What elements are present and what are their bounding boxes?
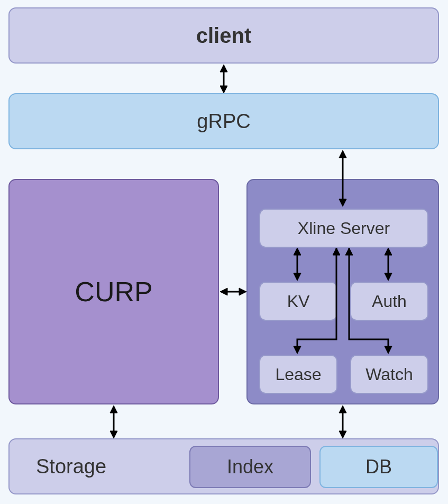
lease-label: Lease — [275, 365, 321, 384]
curp-box: CURP — [8, 179, 219, 404]
server-panel: Xline Server KV Auth Lease Watch — [246, 179, 439, 404]
db-label: DB — [365, 456, 392, 478]
grpc-box: gRPC — [8, 93, 439, 149]
kv-box: KV — [259, 282, 337, 321]
db-box: DB — [319, 446, 438, 488]
index-label: Index — [227, 456, 273, 478]
kv-label: KV — [287, 292, 310, 311]
storage-label: Storage — [36, 455, 106, 478]
client-box: client — [8, 7, 439, 64]
lease-box: Lease — [259, 355, 337, 394]
watch-label: Watch — [365, 365, 413, 384]
client-label: client — [196, 24, 251, 48]
watch-box: Watch — [350, 355, 428, 394]
grpc-label: gRPC — [197, 110, 250, 133]
xline-server-box: Xline Server — [259, 209, 428, 248]
index-box: Index — [189, 446, 311, 488]
curp-label: CURP — [75, 276, 152, 308]
xline-label: Xline Server — [298, 219, 390, 238]
auth-box: Auth — [350, 282, 428, 321]
auth-label: Auth — [372, 292, 407, 311]
storage-box: Storage Index DB — [8, 438, 439, 494]
